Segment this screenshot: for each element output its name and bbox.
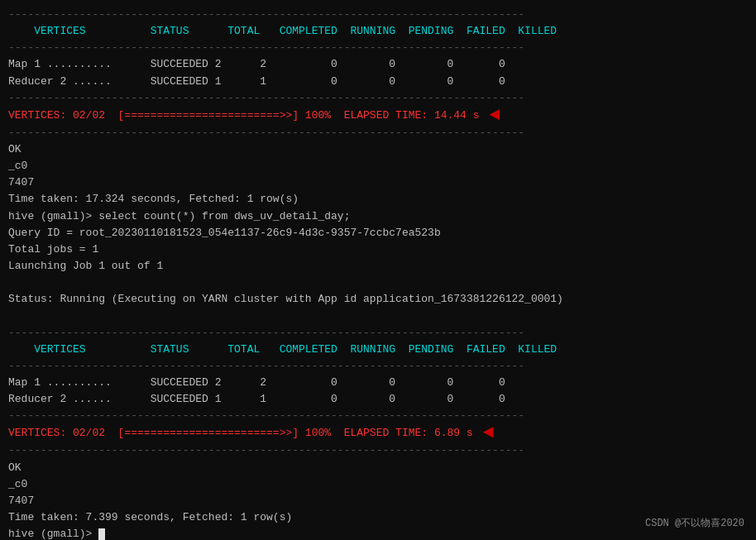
separator-line: ----------------------------------------… [8,125,748,141]
separator-line: ----------------------------------------… [8,325,748,342]
prompt-line: hive (gmall)> [8,526,748,540]
output-line: Time taken: 7.399 seconds, Fetched: 1 ro… [8,509,748,526]
output-line: hive (gmall)> select count(*) from dws_u… [8,208,748,225]
table-row: Map 1 .......... SUCCEEDED 2 2 0 0 0 0 [8,56,748,73]
table-row: Reducer 2 ...... SUCCEEDED 1 1 0 0 0 0 [8,391,748,408]
separator-line: ----------------------------------------… [8,408,748,424]
output-line: 7407 [8,174,748,191]
cursor [98,528,105,540]
output-line: 7407 [8,493,748,509]
output-line: OK [8,460,748,476]
watermark: CSDN @不以物喜2020 [645,516,744,530]
output-line: Time taken: 17.324 seconds, Fetched: 1 r… [8,191,748,208]
progress-line: VERTICES: 02/02 [=======================… [8,107,748,125]
output-line: OK [8,141,748,158]
table-row: Map 1 .......... SUCCEEDED 2 2 0 0 0 0 [8,375,748,391]
output-line: Launching Job 1 out of 1 [8,258,748,275]
separator-line: ----------------------------------------… [8,358,748,375]
separator-line: ----------------------------------------… [8,40,748,56]
arrow-icon: ◄ [490,107,500,125]
separator-line: ----------------------------------------… [8,442,748,459]
arrow-icon: ◄ [483,424,494,442]
output-line: Total jobs = 1 [8,241,748,258]
progress-line: VERTICES: 02/02 [=======================… [8,424,748,442]
output-line: _c0 [8,158,748,174]
separator-line: ----------------------------------------… [8,90,748,107]
table-row: Reducer 2 ...... SUCCEEDED 1 1 0 0 0 0 [8,74,748,90]
output-line: _c0 [8,476,748,493]
output-line: Status: Running (Executing on YARN clust… [8,291,748,308]
output-line: Query ID = root_20230110181523_054e1137-… [8,225,748,241]
terminal: ----------------------------------------… [0,0,756,540]
separator-line: ----------------------------------------… [8,7,748,23]
